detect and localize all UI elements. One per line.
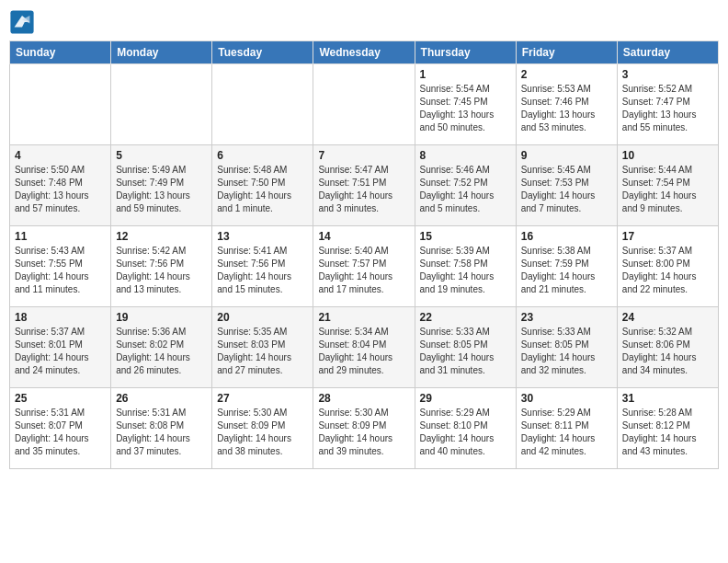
day-number: 8	[420, 149, 511, 162]
day-number: 9	[521, 149, 612, 162]
calendar-cell: 1Sunrise: 5:54 AM Sunset: 7:45 PM Daylig…	[415, 64, 516, 145]
calendar-cell: 16Sunrise: 5:38 AM Sunset: 7:59 PM Dayli…	[516, 226, 617, 307]
day-number: 7	[318, 149, 409, 162]
day-info: Sunrise: 5:50 AM Sunset: 7:48 PM Dayligh…	[15, 164, 106, 215]
calendar-cell: 12Sunrise: 5:42 AM Sunset: 7:56 PM Dayli…	[111, 226, 212, 307]
day-number: 13	[217, 230, 308, 243]
calendar-cell	[111, 64, 212, 145]
calendar-cell: 17Sunrise: 5:37 AM Sunset: 8:00 PM Dayli…	[617, 226, 718, 307]
logo	[9, 9, 37, 35]
calendar-cell: 11Sunrise: 5:43 AM Sunset: 7:55 PM Dayli…	[10, 226, 111, 307]
day-header-tuesday: Tuesday	[212, 41, 313, 64]
day-number: 4	[15, 149, 106, 162]
day-info: Sunrise: 5:28 AM Sunset: 8:12 PM Dayligh…	[622, 407, 713, 458]
day-header-monday: Monday	[111, 41, 212, 64]
calendar-cell: 7Sunrise: 5:47 AM Sunset: 7:51 PM Daylig…	[313, 145, 415, 226]
day-info: Sunrise: 5:31 AM Sunset: 8:08 PM Dayligh…	[116, 407, 207, 458]
day-number: 18	[15, 311, 106, 324]
day-info: Sunrise: 5:31 AM Sunset: 8:07 PM Dayligh…	[15, 407, 106, 458]
calendar-header-row: SundayMondayTuesdayWednesdayThursdayFrid…	[10, 41, 719, 64]
day-info: Sunrise: 5:35 AM Sunset: 8:03 PM Dayligh…	[217, 326, 308, 377]
calendar-cell: 23Sunrise: 5:33 AM Sunset: 8:05 PM Dayli…	[516, 307, 617, 388]
day-number: 12	[116, 230, 207, 243]
calendar-cell: 31Sunrise: 5:28 AM Sunset: 8:12 PM Dayli…	[617, 388, 718, 469]
day-info: Sunrise: 5:45 AM Sunset: 7:53 PM Dayligh…	[521, 164, 612, 215]
day-header-friday: Friday	[516, 41, 617, 64]
day-info: Sunrise: 5:46 AM Sunset: 7:52 PM Dayligh…	[420, 164, 511, 215]
day-number: 28	[318, 392, 409, 405]
day-info: Sunrise: 5:53 AM Sunset: 7:46 PM Dayligh…	[521, 83, 612, 134]
day-header-wednesday: Wednesday	[313, 41, 415, 64]
day-number: 15	[420, 230, 511, 243]
day-number: 2	[521, 68, 612, 81]
day-info: Sunrise: 5:47 AM Sunset: 7:51 PM Dayligh…	[318, 164, 409, 215]
day-number: 11	[15, 230, 106, 243]
calendar-week-3: 18Sunrise: 5:37 AM Sunset: 8:01 PM Dayli…	[10, 307, 719, 388]
day-number: 10	[622, 149, 713, 162]
day-info: Sunrise: 5:48 AM Sunset: 7:50 PM Dayligh…	[217, 164, 308, 215]
day-number: 23	[521, 311, 612, 324]
day-number: 30	[521, 392, 612, 405]
calendar-cell: 28Sunrise: 5:30 AM Sunset: 8:09 PM Dayli…	[313, 388, 415, 469]
calendar-cell: 19Sunrise: 5:36 AM Sunset: 8:02 PM Dayli…	[111, 307, 212, 388]
day-number: 22	[420, 311, 511, 324]
day-number: 6	[217, 149, 308, 162]
calendar-cell: 14Sunrise: 5:40 AM Sunset: 7:57 PM Dayli…	[313, 226, 415, 307]
calendar-week-2: 11Sunrise: 5:43 AM Sunset: 7:55 PM Dayli…	[10, 226, 719, 307]
day-info: Sunrise: 5:36 AM Sunset: 8:02 PM Dayligh…	[116, 326, 207, 377]
calendar-cell: 25Sunrise: 5:31 AM Sunset: 8:07 PM Dayli…	[10, 388, 111, 469]
calendar-cell: 5Sunrise: 5:49 AM Sunset: 7:49 PM Daylig…	[111, 145, 212, 226]
day-info: Sunrise: 5:41 AM Sunset: 7:56 PM Dayligh…	[217, 245, 308, 296]
day-info: Sunrise: 5:54 AM Sunset: 7:45 PM Dayligh…	[420, 83, 511, 134]
day-info: Sunrise: 5:52 AM Sunset: 7:47 PM Dayligh…	[622, 83, 713, 134]
calendar-cell: 22Sunrise: 5:33 AM Sunset: 8:05 PM Dayli…	[415, 307, 516, 388]
day-info: Sunrise: 5:34 AM Sunset: 8:04 PM Dayligh…	[318, 326, 409, 377]
calendar-week-1: 4Sunrise: 5:50 AM Sunset: 7:48 PM Daylig…	[10, 145, 719, 226]
day-info: Sunrise: 5:49 AM Sunset: 7:49 PM Dayligh…	[116, 164, 207, 215]
day-number: 16	[521, 230, 612, 243]
day-number: 1	[420, 68, 511, 81]
calendar-cell: 30Sunrise: 5:29 AM Sunset: 8:11 PM Dayli…	[516, 388, 617, 469]
day-info: Sunrise: 5:40 AM Sunset: 7:57 PM Dayligh…	[318, 245, 409, 296]
calendar-cell: 10Sunrise: 5:44 AM Sunset: 7:54 PM Dayli…	[617, 145, 718, 226]
calendar-cell: 3Sunrise: 5:52 AM Sunset: 7:47 PM Daylig…	[617, 64, 718, 145]
calendar-cell: 4Sunrise: 5:50 AM Sunset: 7:48 PM Daylig…	[10, 145, 111, 226]
day-info: Sunrise: 5:42 AM Sunset: 7:56 PM Dayligh…	[116, 245, 207, 296]
day-number: 31	[622, 392, 713, 405]
calendar-week-4: 25Sunrise: 5:31 AM Sunset: 8:07 PM Dayli…	[10, 388, 719, 469]
day-number: 27	[217, 392, 308, 405]
calendar-cell: 9Sunrise: 5:45 AM Sunset: 7:53 PM Daylig…	[516, 145, 617, 226]
day-number: 20	[217, 311, 308, 324]
day-info: Sunrise: 5:43 AM Sunset: 7:55 PM Dayligh…	[15, 245, 106, 296]
day-info: Sunrise: 5:29 AM Sunset: 8:10 PM Dayligh…	[420, 407, 511, 458]
day-number: 17	[622, 230, 713, 243]
calendar-cell: 26Sunrise: 5:31 AM Sunset: 8:08 PM Dayli…	[111, 388, 212, 469]
day-info: Sunrise: 5:39 AM Sunset: 7:58 PM Dayligh…	[420, 245, 511, 296]
day-number: 29	[420, 392, 511, 405]
day-info: Sunrise: 5:37 AM Sunset: 8:01 PM Dayligh…	[15, 326, 106, 377]
calendar-cell: 24Sunrise: 5:32 AM Sunset: 8:06 PM Dayli…	[617, 307, 718, 388]
day-number: 3	[622, 68, 713, 81]
calendar-cell: 15Sunrise: 5:39 AM Sunset: 7:58 PM Dayli…	[415, 226, 516, 307]
day-info: Sunrise: 5:32 AM Sunset: 8:06 PM Dayligh…	[622, 326, 713, 377]
calendar-cell	[313, 64, 415, 145]
day-info: Sunrise: 5:44 AM Sunset: 7:54 PM Dayligh…	[622, 164, 713, 215]
calendar-cell: 2Sunrise: 5:53 AM Sunset: 7:46 PM Daylig…	[516, 64, 617, 145]
calendar-cell: 8Sunrise: 5:46 AM Sunset: 7:52 PM Daylig…	[415, 145, 516, 226]
day-info: Sunrise: 5:33 AM Sunset: 8:05 PM Dayligh…	[521, 326, 612, 377]
calendar-cell: 20Sunrise: 5:35 AM Sunset: 8:03 PM Dayli…	[212, 307, 313, 388]
day-info: Sunrise: 5:30 AM Sunset: 8:09 PM Dayligh…	[318, 407, 409, 458]
page-header	[9, 9, 719, 35]
day-info: Sunrise: 5:38 AM Sunset: 7:59 PM Dayligh…	[521, 245, 612, 296]
day-info: Sunrise: 5:29 AM Sunset: 8:11 PM Dayligh…	[521, 407, 612, 458]
day-number: 14	[318, 230, 409, 243]
calendar-cell: 6Sunrise: 5:48 AM Sunset: 7:50 PM Daylig…	[212, 145, 313, 226]
day-number: 19	[116, 311, 207, 324]
day-info: Sunrise: 5:33 AM Sunset: 8:05 PM Dayligh…	[420, 326, 511, 377]
day-number: 24	[622, 311, 713, 324]
day-info: Sunrise: 5:37 AM Sunset: 8:00 PM Dayligh…	[622, 245, 713, 296]
calendar-cell	[10, 64, 111, 145]
day-number: 25	[15, 392, 106, 405]
calendar-cell	[212, 64, 313, 145]
calendar-cell: 21Sunrise: 5:34 AM Sunset: 8:04 PM Dayli…	[313, 307, 415, 388]
